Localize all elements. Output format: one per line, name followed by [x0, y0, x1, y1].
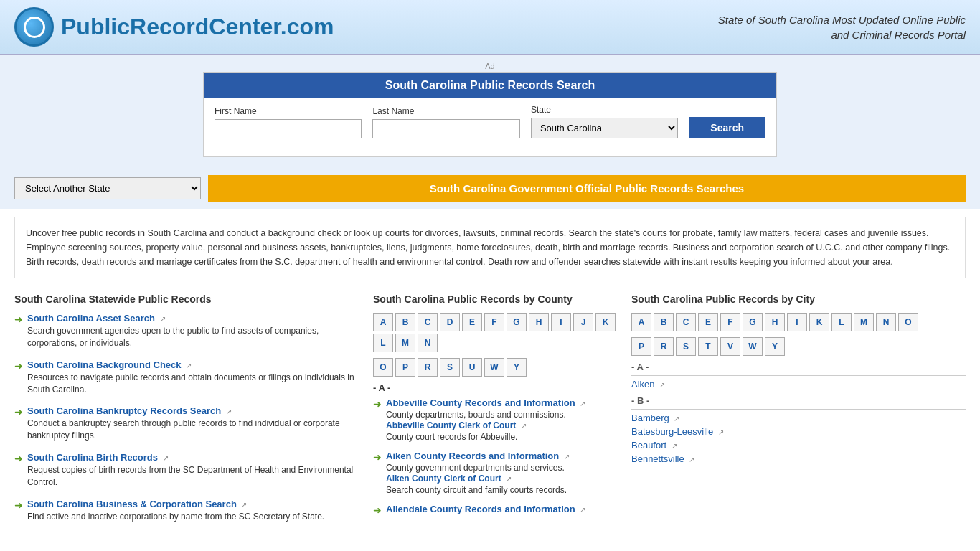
arrow-icon: ➜: [14, 406, 23, 418]
alpha-btn-S[interactable]: S: [440, 358, 460, 377]
alpha-btn-B[interactable]: B: [395, 313, 415, 331]
ext-icon: ↗: [521, 422, 527, 430]
county-sub-desc: Search county circuit and family courts …: [386, 485, 570, 495]
last-name-group: Last Name: [372, 106, 519, 138]
county-item-content: Aiken County Records and Information ↗ C…: [386, 451, 570, 495]
ext-icon: ↗: [580, 506, 585, 514]
first-name-input[interactable]: [215, 119, 362, 138]
list-item: ➜ South Carolina Bankruptcy Records Sear…: [14, 405, 362, 442]
city-alpha-V[interactable]: V: [720, 337, 740, 356]
county-link[interactable]: Allendale County Records and Information: [386, 504, 575, 514]
alpha-btn-U[interactable]: U: [462, 358, 482, 377]
city-alpha-K[interactable]: K: [809, 313, 829, 331]
alpha-btn-I[interactable]: I: [551, 313, 571, 331]
city-alpha-F[interactable]: F: [720, 313, 740, 331]
mid-column: South Carolina Public Records by County …: [373, 293, 631, 532]
description-text: Uncover free public records in South Car…: [14, 217, 966, 278]
city-alpha-Y[interactable]: Y: [765, 337, 785, 356]
city-alpha-P[interactable]: P: [631, 337, 651, 356]
city-alpha-C[interactable]: C: [676, 313, 696, 331]
city-alpha-B[interactable]: B: [654, 313, 674, 331]
list-item: ➜ South Carolina Birth Records ↗ Request…: [14, 452, 362, 489]
city-alpha-E[interactable]: E: [698, 313, 718, 331]
city-alpha-O[interactable]: O: [898, 313, 918, 331]
last-name-input[interactable]: [372, 119, 519, 138]
city-link[interactable]: Aiken: [631, 379, 655, 390]
ext-icon: ↗: [226, 408, 232, 415]
arrow-icon: ➜: [373, 504, 382, 516]
alpha-btn-C[interactable]: C: [418, 313, 438, 331]
alpha-btn-J[interactable]: J: [573, 313, 593, 331]
alpha-btn-O[interactable]: O: [373, 358, 393, 377]
alpha-btn-D[interactable]: D: [440, 313, 460, 331]
ext-icon: ↗: [186, 362, 192, 369]
city-link[interactable]: Bennettsville: [631, 453, 684, 464]
list-item: Bamberg ↗: [631, 413, 966, 423]
search-button[interactable]: Search: [689, 117, 765, 138]
ad-area: Ad South Carolina Public Records Search …: [0, 55, 980, 168]
alpha-btn-W[interactable]: W: [484, 358, 504, 377]
county-sub-link[interactable]: Abbeville County Clerk of Court: [386, 420, 516, 430]
record-link[interactable]: South Carolina Bankruptcy Records Search: [27, 405, 221, 416]
alpha-btn-M[interactable]: M: [395, 334, 415, 352]
city-link[interactable]: Bamberg: [631, 413, 669, 423]
ad-box: South Carolina Public Records Search Fir…: [203, 72, 777, 157]
city-divider: [631, 375, 966, 376]
record-link[interactable]: South Carolina Birth Records: [27, 452, 158, 463]
ext-icon: ↗: [672, 442, 677, 450]
state-select[interactable]: South Carolina: [531, 118, 678, 138]
alpha-btn-A[interactable]: A: [373, 313, 393, 331]
alpha-btn-L[interactable]: L: [373, 334, 393, 352]
alpha-btn-R[interactable]: R: [418, 358, 438, 377]
city-alpha-A[interactable]: A: [631, 313, 651, 331]
city-alpha-H[interactable]: H: [765, 313, 785, 331]
alpha-btn-N[interactable]: N: [418, 334, 438, 352]
record-link[interactable]: South Carolina Asset Search: [27, 313, 155, 324]
alpha-btn-G[interactable]: G: [507, 313, 527, 331]
city-alpha-W[interactable]: W: [743, 337, 763, 356]
city-alpha-N[interactable]: N: [876, 313, 896, 331]
alpha-grid-row2: O P R S U W Y: [373, 358, 621, 377]
state-selector[interactable]: Select Another State: [14, 177, 201, 199]
alpha-btn-Y[interactable]: Y: [507, 358, 527, 377]
ad-form: First Name Last Name State South Carolin…: [204, 98, 776, 146]
logo-area: PublicRecordCenter.com: [14, 7, 334, 47]
record-link[interactable]: South Carolina Background Check: [27, 359, 182, 370]
arrow-icon: ➜: [373, 398, 382, 410]
alpha-btn-H[interactable]: H: [529, 313, 549, 331]
city-alpha-T[interactable]: T: [698, 337, 718, 356]
gov-search-button[interactable]: South Carolina Government Official Publi…: [208, 175, 966, 202]
alpha-btn-E[interactable]: E: [462, 313, 482, 331]
city-link[interactable]: Beaufort: [631, 440, 666, 451]
city-alpha-row1: A B C E F G H I K L M N O: [631, 313, 966, 331]
county-link[interactable]: Abbeville County Records and Information: [386, 397, 575, 408]
list-item: Beaufort ↗: [631, 440, 966, 451]
record-desc: Resources to navigate public records and…: [27, 372, 362, 396]
county-sub-link[interactable]: Aiken County Clerk of Court: [386, 474, 501, 484]
ad-form-row: First Name Last Name State South Carolin…: [215, 105, 765, 138]
list-item: ➜ Abbeville County Records and Informati…: [373, 397, 621, 442]
county-item-content: Abbeville County Records and Information…: [386, 397, 585, 442]
logo-inner-circle: [24, 17, 45, 38]
city-alpha-G[interactable]: G: [743, 313, 763, 331]
ext-icon: ↗: [718, 428, 724, 436]
city-alpha-M[interactable]: M: [854, 313, 874, 331]
left-col-heading: South Carolina Statewide Public Records: [14, 293, 362, 306]
city-alpha-S[interactable]: S: [676, 337, 696, 356]
record-desc: Request copies of birth records from the…: [27, 464, 362, 489]
last-name-label: Last Name: [372, 106, 519, 116]
alpha-btn-K[interactable]: K: [595, 313, 616, 331]
record-item-content: South Carolina Background Check ↗ Resour…: [27, 359, 362, 396]
county-link[interactable]: Aiken County Records and Information: [386, 451, 559, 461]
city-alpha-R[interactable]: R: [654, 337, 674, 356]
alpha-btn-F[interactable]: F: [484, 313, 504, 331]
city-link[interactable]: Batesburg-Leesville: [631, 426, 713, 437]
city-alpha-I[interactable]: I: [787, 313, 807, 331]
list-item: ➜ South Carolina Asset Search ↗ Search g…: [14, 313, 362, 349]
city-alpha-L[interactable]: L: [831, 313, 852, 331]
arrow-icon: ➜: [14, 499, 23, 511]
record-link[interactable]: South Carolina Business & Corporation Se…: [27, 499, 237, 509]
alpha-btn-P[interactable]: P: [395, 358, 415, 377]
city-alpha-row2: P R S T V W Y: [631, 337, 966, 356]
ext-icon: ↗: [580, 400, 585, 408]
